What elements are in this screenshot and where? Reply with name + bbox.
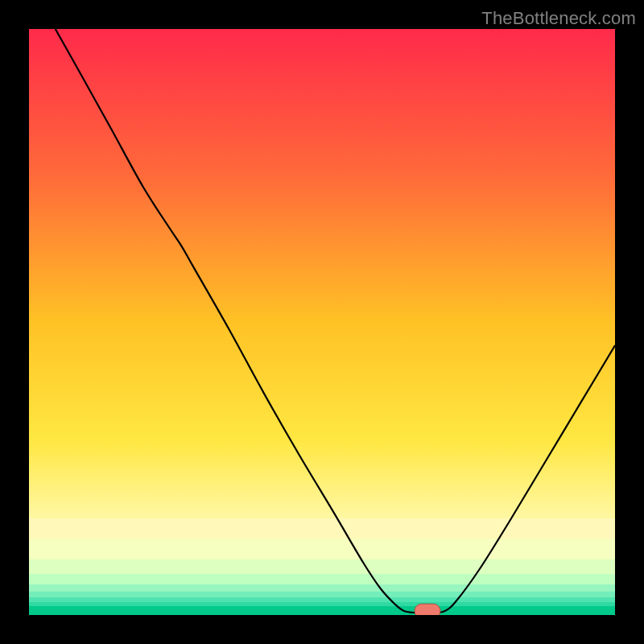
plot-area (29, 29, 615, 615)
svg-rect-4 (29, 584, 615, 592)
bottleneck-curve (56, 29, 615, 613)
bottom-color-bands (29, 518, 615, 615)
svg-rect-0 (29, 518, 615, 539)
svg-rect-8 (29, 606, 615, 615)
svg-rect-5 (29, 592, 615, 597)
svg-rect-6 (29, 597, 615, 602)
svg-rect-3 (29, 574, 615, 584)
svg-rect-1 (29, 539, 615, 559)
bottleneck-chart-svg (29, 29, 615, 615)
svg-rect-7 (29, 602, 615, 606)
optimal-marker (415, 604, 440, 615)
watermark-text: TheBottleneck.com (481, 8, 636, 29)
svg-rect-2 (29, 559, 615, 574)
gradient-background (29, 29, 615, 615)
chart-frame: TheBottleneck.com (0, 0, 644, 644)
